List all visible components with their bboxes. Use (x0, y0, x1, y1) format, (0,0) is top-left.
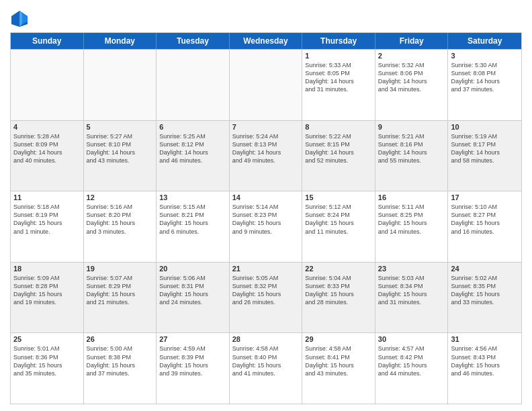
calendar-cell: 11Sunrise: 5:18 AM Sunset: 8:19 PM Dayli… (11, 191, 84, 262)
day-info: Sunrise: 5:11 AM Sunset: 8:25 PM Dayligh… (378, 203, 445, 236)
day-info: Sunrise: 5:10 AM Sunset: 8:27 PM Dayligh… (451, 203, 519, 236)
calendar-cell: 26Sunrise: 5:00 AM Sunset: 8:38 PM Dayli… (84, 333, 157, 404)
weekday-header: Tuesday (157, 33, 230, 49)
calendar-cell: 27Sunrise: 4:59 AM Sunset: 8:39 PM Dayli… (157, 333, 230, 404)
day-number: 29 (305, 335, 372, 343)
day-info: Sunrise: 4:58 AM Sunset: 8:40 PM Dayligh… (232, 345, 300, 377)
calendar-cell: 1Sunrise: 5:33 AM Sunset: 8:05 PM Daylig… (302, 50, 375, 120)
weekday-header: Thursday (302, 33, 375, 49)
day-number: 25 (13, 335, 81, 343)
calendar-cell: 5Sunrise: 5:27 AM Sunset: 8:10 PM Daylig… (84, 121, 157, 191)
weekday-header: Saturday (448, 33, 521, 49)
day-info: Sunrise: 5:19 AM Sunset: 8:17 PM Dayligh… (451, 132, 519, 165)
calendar-cell: 13Sunrise: 5:15 AM Sunset: 8:21 PM Dayli… (157, 191, 230, 262)
calendar-cell: 29Sunrise: 4:58 AM Sunset: 8:41 PM Dayli… (302, 333, 375, 404)
calendar-cell: 28Sunrise: 4:58 AM Sunset: 8:40 PM Dayli… (230, 333, 303, 404)
weekday-header: Wednesday (230, 33, 303, 49)
calendar-body: 1Sunrise: 5:33 AM Sunset: 8:05 PM Daylig… (11, 49, 521, 404)
calendar-cell: 4Sunrise: 5:28 AM Sunset: 8:09 PM Daylig… (11, 121, 84, 191)
calendar-row: 4Sunrise: 5:28 AM Sunset: 8:09 PM Daylig… (11, 120, 521, 191)
day-number: 2 (378, 52, 445, 60)
calendar-cell: 17Sunrise: 5:10 AM Sunset: 8:27 PM Dayli… (448, 191, 521, 262)
day-info: Sunrise: 5:15 AM Sunset: 8:21 PM Dayligh… (159, 203, 226, 236)
calendar-cell: 22Sunrise: 5:04 AM Sunset: 8:33 PM Dayli… (302, 263, 375, 333)
day-info: Sunrise: 5:03 AM Sunset: 8:34 PM Dayligh… (378, 274, 445, 307)
day-number: 11 (13, 193, 81, 201)
calendar-header: SundayMondayTuesdayWednesdayThursdayFrid… (11, 33, 521, 49)
day-number: 6 (159, 123, 226, 131)
calendar-cell: 19Sunrise: 5:07 AM Sunset: 8:29 PM Dayli… (84, 263, 157, 333)
day-number: 28 (232, 335, 300, 343)
logo-icon (10, 9, 29, 28)
day-number: 12 (87, 193, 154, 201)
day-info: Sunrise: 5:01 AM Sunset: 8:36 PM Dayligh… (13, 345, 81, 377)
day-number: 20 (159, 265, 226, 273)
day-number: 18 (13, 265, 81, 273)
day-info: Sunrise: 5:27 AM Sunset: 8:10 PM Dayligh… (87, 132, 154, 165)
day-number: 7 (232, 123, 300, 131)
day-info: Sunrise: 4:56 AM Sunset: 8:43 PM Dayligh… (451, 345, 519, 377)
calendar-cell: 6Sunrise: 5:25 AM Sunset: 8:12 PM Daylig… (157, 121, 230, 191)
calendar-cell: 20Sunrise: 5:06 AM Sunset: 8:31 PM Dayli… (157, 263, 230, 333)
day-info: Sunrise: 5:05 AM Sunset: 8:32 PM Dayligh… (232, 274, 300, 307)
calendar-cell: 25Sunrise: 5:01 AM Sunset: 8:36 PM Dayli… (11, 333, 84, 404)
calendar-row: 18Sunrise: 5:09 AM Sunset: 8:28 PM Dayli… (11, 262, 521, 333)
day-number: 4 (13, 123, 81, 131)
page-header (10, 7, 522, 28)
calendar-cell: 23Sunrise: 5:03 AM Sunset: 8:34 PM Dayli… (375, 263, 449, 333)
calendar-cell (230, 50, 303, 120)
day-info: Sunrise: 5:12 AM Sunset: 8:24 PM Dayligh… (305, 203, 372, 236)
day-number: 17 (451, 193, 519, 201)
calendar: SundayMondayTuesdayWednesdayThursdayFrid… (10, 32, 522, 404)
day-info: Sunrise: 5:32 AM Sunset: 8:06 PM Dayligh… (378, 61, 445, 94)
day-info: Sunrise: 5:14 AM Sunset: 8:23 PM Dayligh… (232, 203, 300, 236)
day-info: Sunrise: 5:22 AM Sunset: 8:15 PM Dayligh… (305, 132, 372, 165)
day-info: Sunrise: 5:24 AM Sunset: 8:13 PM Dayligh… (232, 132, 300, 165)
day-info: Sunrise: 5:21 AM Sunset: 8:16 PM Dayligh… (378, 132, 445, 165)
calendar-cell: 12Sunrise: 5:16 AM Sunset: 8:20 PM Dayli… (84, 191, 157, 262)
calendar-cell: 7Sunrise: 5:24 AM Sunset: 8:13 PM Daylig… (230, 121, 303, 191)
day-number: 21 (232, 265, 300, 273)
day-number: 10 (451, 123, 519, 131)
day-number: 24 (451, 265, 519, 273)
calendar-cell: 15Sunrise: 5:12 AM Sunset: 8:24 PM Dayli… (302, 191, 375, 262)
calendar-cell: 31Sunrise: 4:56 AM Sunset: 8:43 PM Dayli… (448, 333, 521, 404)
day-number: 14 (232, 193, 300, 201)
calendar-cell: 2Sunrise: 5:32 AM Sunset: 8:06 PM Daylig… (375, 50, 449, 120)
calendar-cell: 24Sunrise: 5:02 AM Sunset: 8:35 PM Dayli… (448, 263, 521, 333)
calendar-cell: 21Sunrise: 5:05 AM Sunset: 8:32 PM Dayli… (230, 263, 303, 333)
calendar-cell: 14Sunrise: 5:14 AM Sunset: 8:23 PM Dayli… (230, 191, 303, 262)
day-number: 27 (159, 335, 226, 343)
day-number: 30 (378, 335, 445, 343)
calendar-cell (11, 50, 84, 120)
svg-marker-2 (19, 11, 22, 27)
day-number: 22 (305, 265, 372, 273)
day-info: Sunrise: 5:06 AM Sunset: 8:31 PM Dayligh… (159, 274, 226, 307)
calendar-cell: 3Sunrise: 5:30 AM Sunset: 8:08 PM Daylig… (448, 50, 521, 120)
calendar-cell: 18Sunrise: 5:09 AM Sunset: 8:28 PM Dayli… (11, 263, 84, 333)
day-info: Sunrise: 5:09 AM Sunset: 8:28 PM Dayligh… (13, 274, 81, 307)
calendar-row: 11Sunrise: 5:18 AM Sunset: 8:19 PM Dayli… (11, 191, 521, 262)
day-number: 31 (451, 335, 519, 343)
day-number: 5 (87, 123, 154, 131)
weekday-header: Friday (375, 33, 449, 49)
day-info: Sunrise: 5:25 AM Sunset: 8:12 PM Dayligh… (159, 132, 226, 165)
day-number: 23 (378, 265, 445, 273)
calendar-cell: 9Sunrise: 5:21 AM Sunset: 8:16 PM Daylig… (375, 121, 449, 191)
day-info: Sunrise: 5:33 AM Sunset: 8:05 PM Dayligh… (305, 61, 372, 94)
calendar-cell (84, 50, 157, 120)
day-number: 13 (159, 193, 226, 201)
day-number: 19 (87, 265, 154, 273)
weekday-header: Sunday (11, 33, 84, 49)
day-info: Sunrise: 5:00 AM Sunset: 8:38 PM Dayligh… (87, 345, 154, 377)
day-number: 15 (305, 193, 372, 201)
calendar-row: 1Sunrise: 5:33 AM Sunset: 8:05 PM Daylig… (11, 49, 521, 120)
day-number: 3 (451, 52, 519, 60)
day-number: 16 (378, 193, 445, 201)
day-number: 9 (378, 123, 445, 131)
day-info: Sunrise: 5:28 AM Sunset: 8:09 PM Dayligh… (13, 132, 81, 165)
calendar-cell: 30Sunrise: 4:57 AM Sunset: 8:42 PM Dayli… (375, 333, 449, 404)
day-info: Sunrise: 4:59 AM Sunset: 8:39 PM Dayligh… (159, 345, 226, 377)
day-info: Sunrise: 5:02 AM Sunset: 8:35 PM Dayligh… (451, 274, 519, 307)
calendar-cell (157, 50, 230, 120)
